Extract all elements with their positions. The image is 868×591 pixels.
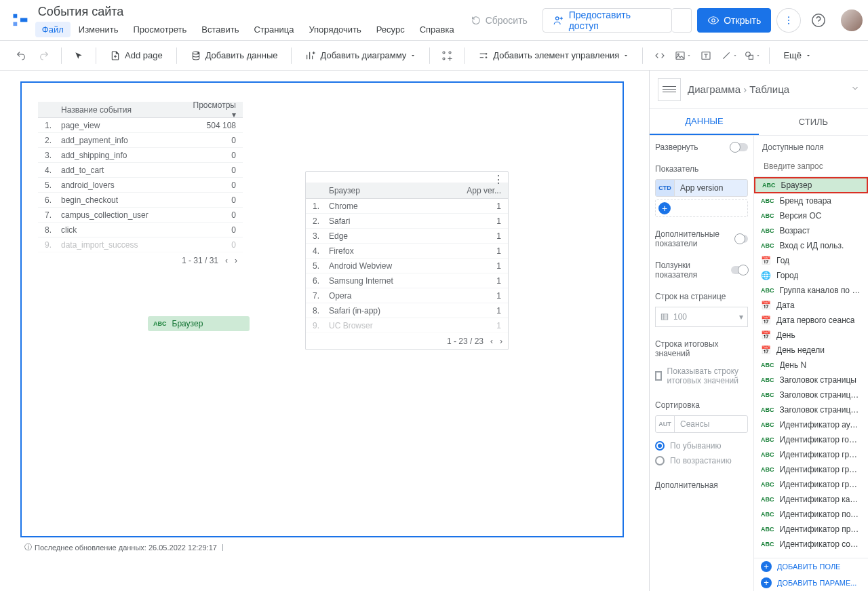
field-item[interactable]: ABCВерсия ОС bbox=[754, 208, 868, 223]
field-item[interactable]: ABCВозраст bbox=[754, 223, 868, 238]
table-pager[interactable]: 1 - 31 / 31 ‹ › bbox=[38, 252, 243, 269]
selection-tool-icon[interactable] bbox=[68, 45, 89, 66]
toolbar-more-button[interactable]: Ещё bbox=[776, 45, 818, 66]
sort-field-chip[interactable]: AUT Сеансы bbox=[655, 415, 748, 433]
add-data-button[interactable]: Добавить данные bbox=[184, 45, 285, 66]
rows-per-page-select[interactable]: 100 ▾ bbox=[655, 307, 748, 327]
next-icon[interactable]: › bbox=[500, 337, 502, 346]
show-totals-checkbox[interactable]: Показывать строку итоговых значений bbox=[655, 364, 748, 388]
field-item[interactable]: ABCГруппа каналов по у... bbox=[754, 283, 868, 298]
tab-style[interactable]: СТИЛЬ bbox=[759, 109, 868, 135]
events-table[interactable]: Название события Просмотры ▾ 1.page_view… bbox=[38, 102, 243, 269]
field-item[interactable]: ABCИдентификатор ауди... bbox=[754, 417, 868, 432]
menu-item[interactable]: Просмотреть bbox=[126, 22, 193, 37]
table-row[interactable]: 4.Firefox1 bbox=[306, 244, 508, 259]
next-icon[interactable]: › bbox=[235, 256, 237, 265]
fields-search[interactable] bbox=[754, 156, 868, 177]
table-row[interactable]: 9.UC Browser1 bbox=[306, 318, 508, 333]
menu-item[interactable]: Страница bbox=[247, 22, 300, 37]
table-row[interactable]: 5.Android Webview1 bbox=[306, 259, 508, 273]
field-item[interactable]: ABCИдентификатор про... bbox=[754, 522, 868, 537]
field-item[interactable]: 📅Дата первого сеанса bbox=[754, 313, 868, 328]
add-chart-button[interactable]: Добавить диаграмму bbox=[298, 45, 422, 66]
field-item[interactable]: ABCБраузер bbox=[754, 177, 868, 193]
field-item[interactable]: ABCДень N bbox=[754, 358, 868, 373]
chart-type-icon[interactable] bbox=[658, 78, 681, 101]
table-row[interactable]: 9.data_import_success0 bbox=[38, 237, 243, 252]
tab-data[interactable]: ДАННЫЕ bbox=[650, 109, 759, 135]
expand-panel-icon[interactable] bbox=[850, 83, 860, 95]
line-icon[interactable] bbox=[719, 45, 739, 66]
add-parameter-button[interactable]: +ДОБАВИТЬ ПАРАМЕ... bbox=[754, 575, 868, 591]
menu-item[interactable]: Упорядочить bbox=[302, 22, 368, 37]
add-control-button[interactable]: Добавить элемент управления bbox=[471, 45, 635, 66]
opt-metrics-toggle[interactable]: Дополнительные показатели bbox=[655, 229, 748, 248]
share-button[interactable]: Предоставить доступ bbox=[542, 8, 672, 33]
field-item[interactable]: ABCБренд товара bbox=[754, 193, 868, 208]
table-row[interactable]: 6.begin_checkout0 bbox=[38, 193, 243, 208]
table-row[interactable]: 6.Samsung Internet1 bbox=[306, 273, 508, 288]
canvas-area[interactable]: Название события Просмотры ▾ 1.page_view… bbox=[0, 71, 649, 591]
browser-table[interactable]: ⋮ Браузер App ver... 1.Chrome12.Safari13… bbox=[305, 171, 509, 350]
open-button[interactable]: Открыть bbox=[697, 8, 771, 33]
table-row[interactable]: 8.click0 bbox=[38, 223, 243, 237]
field-item[interactable]: ABCИдентификатор сод... bbox=[754, 537, 868, 552]
table-row[interactable]: 2.add_payment_info0 bbox=[38, 133, 243, 148]
field-item[interactable]: 📅День недели bbox=[754, 343, 868, 358]
metric-chip[interactable]: CTD App version bbox=[655, 179, 748, 197]
menu-item[interactable]: Файл bbox=[35, 22, 71, 37]
add-field-button[interactable]: +ДОБАВИТЬ ПОЛЕ bbox=[754, 558, 868, 575]
text-icon[interactable] bbox=[696, 45, 716, 66]
add-page-button[interactable]: Add page bbox=[103, 45, 170, 66]
fields-search-input[interactable] bbox=[761, 159, 868, 174]
metric-sliders-toggle[interactable]: Ползунки показателя bbox=[655, 261, 748, 280]
table-row[interactable]: 2.Safari1 bbox=[306, 214, 508, 229]
sort-desc-radio[interactable]: По убыванию bbox=[655, 438, 748, 453]
redo-icon[interactable] bbox=[34, 45, 54, 66]
table-row[interactable]: 7.campus_collection_user0 bbox=[38, 208, 243, 223]
expand-toggle[interactable]: Развернуть bbox=[655, 142, 748, 152]
menu-item[interactable]: Ресурс bbox=[370, 22, 412, 37]
field-item[interactable]: ABCИдентификатор кам... bbox=[754, 492, 868, 507]
embed-icon[interactable] bbox=[650, 45, 670, 66]
table-row[interactable]: 5.android_lovers0 bbox=[38, 178, 243, 193]
field-item[interactable]: 📅Дата bbox=[754, 298, 868, 313]
undo-icon[interactable] bbox=[11, 45, 31, 66]
table-row[interactable]: 3.add_shipping_info0 bbox=[38, 148, 243, 163]
field-item[interactable]: ABCЗаголовок страницы... bbox=[754, 402, 868, 417]
more-options-icon[interactable] bbox=[776, 8, 801, 33]
add-metric-button[interactable]: + bbox=[655, 199, 748, 217]
menu-item[interactable]: Справка bbox=[413, 22, 461, 37]
sort-asc-radio[interactable]: По возрастанию bbox=[655, 453, 748, 468]
field-item[interactable]: ABCИдентификатор груп... bbox=[754, 462, 868, 477]
report-canvas[interactable]: Название события Просмотры ▾ 1.page_view… bbox=[20, 81, 624, 537]
field-item[interactable]: 📅День bbox=[754, 328, 868, 343]
table-row[interactable]: 1.page_view504 108 bbox=[38, 118, 243, 133]
app-logo[interactable] bbox=[11, 11, 30, 30]
community-viz-icon[interactable] bbox=[437, 45, 457, 66]
field-item[interactable]: ABCИдентификатор пото... bbox=[754, 507, 868, 522]
table-menu-icon[interactable]: ⋮ bbox=[493, 173, 504, 186]
col-header[interactable]: Просмотры ▾ bbox=[189, 100, 243, 119]
help-icon[interactable] bbox=[806, 8, 831, 33]
image-icon[interactable] bbox=[673, 45, 693, 66]
field-item[interactable]: ABCЗаголовок страницы... bbox=[754, 387, 868, 402]
shape-icon[interactable] bbox=[742, 45, 762, 66]
table-row[interactable]: 1.Chrome1 bbox=[306, 199, 508, 214]
table-pager[interactable]: 1 - 23 / 23 ‹ › bbox=[306, 333, 508, 349]
field-drag-chip[interactable]: ABC Браузер bbox=[148, 316, 250, 331]
field-item[interactable]: 🌐Город bbox=[754, 268, 868, 283]
table-row[interactable]: 8.Safari (in-app)1 bbox=[306, 303, 508, 318]
table-row[interactable]: 7.Opera1 bbox=[306, 288, 508, 303]
field-item[interactable]: ABCИдентификатор горо... bbox=[754, 432, 868, 447]
reset-button[interactable]: Сбросить bbox=[461, 8, 537, 33]
table-row[interactable]: 4.add_to_cart0 bbox=[38, 163, 243, 178]
field-item[interactable]: ABCЗаголовок страницы bbox=[754, 373, 868, 387]
prev-icon[interactable]: ‹ bbox=[225, 256, 228, 265]
share-dropdown[interactable] bbox=[672, 8, 692, 33]
prev-icon[interactable]: ‹ bbox=[490, 337, 493, 346]
user-avatar[interactable] bbox=[841, 9, 863, 31]
field-item[interactable]: 📅Год bbox=[754, 253, 868, 268]
field-list[interactable]: ABCБраузерABCБренд товараABCВерсия ОСABC… bbox=[754, 177, 868, 558]
menu-item[interactable]: Вставить bbox=[195, 22, 245, 37]
